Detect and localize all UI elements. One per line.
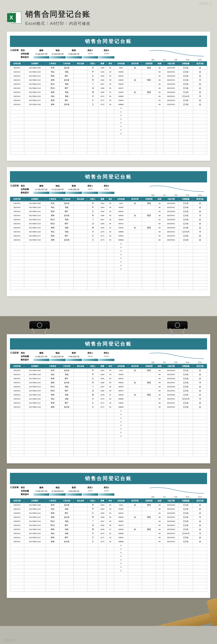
sheet-banner: 销售合同登记台账 bbox=[10, 171, 207, 182]
column-header: 合同编号 bbox=[24, 62, 46, 66]
column-header: 订单内容 bbox=[60, 498, 74, 503]
summary-amount: ****** bbox=[99, 188, 114, 191]
summary-bar bbox=[34, 359, 49, 361]
table-row: 2022/4/120170801-016饰品项链辛127054685806020… bbox=[10, 397, 207, 401]
column-header: 合同日期 bbox=[10, 197, 24, 202]
summary-category: 类目2 bbox=[99, 351, 114, 355]
summary-area: 汇总区域类目服饰饰品鞋类类目1类目2合同金额¥ 190,347.00¥ 122,… bbox=[10, 350, 207, 364]
table-row bbox=[10, 271, 207, 274]
table-row: 2022/5/120170801-013类目1项链丁12674658282602… bbox=[10, 519, 207, 524]
column-header: 单位名称 bbox=[74, 197, 88, 202]
column-header: 订单内容 bbox=[60, 62, 74, 66]
summary-bar bbox=[50, 494, 66, 496]
table-row bbox=[10, 139, 207, 142]
summary-amount: ¥ 122,932.00 bbox=[50, 490, 66, 492]
summary-category: 服饰 bbox=[34, 351, 49, 355]
table-row: 0- bbox=[10, 246, 207, 249]
sparkline-chart: 服饰饰品鞋类类目1类目2 bbox=[147, 350, 206, 361]
summary-category: 饰品 bbox=[50, 486, 66, 489]
table-row bbox=[10, 451, 207, 454]
column-header: 付款日期 bbox=[163, 197, 179, 202]
summary-bar bbox=[66, 359, 82, 361]
summary-amount: ****** bbox=[82, 52, 98, 55]
column-header: 合同编号 bbox=[24, 364, 46, 368]
summary-amount: ¥ 190,347.00 bbox=[34, 355, 49, 358]
table-row: 2022/4/120170801-010饰品项链甲126443543526020… bbox=[10, 372, 207, 377]
summary-bar bbox=[66, 56, 82, 58]
column-header: 是否开票 bbox=[128, 62, 142, 66]
table-row: 0- bbox=[10, 424, 207, 427]
summary-bar bbox=[99, 56, 114, 58]
table-row: 0- bbox=[10, 125, 207, 128]
column-header: 是否开票 bbox=[128, 197, 142, 202]
table-row bbox=[10, 448, 207, 451]
column-header: 订单类目 bbox=[46, 498, 60, 503]
sheet-banner: 销售合同登记台账 bbox=[10, 473, 207, 484]
table-row: 0- bbox=[10, 121, 207, 125]
sparkline-chart: 服饰饰品鞋类类目1类目2 bbox=[147, 485, 206, 496]
column-header: 账期 bbox=[156, 197, 163, 202]
table-row: 2022/4/120170801-016饰品项链辛127054685806020… bbox=[10, 532, 207, 536]
summary-category: 饰品 bbox=[50, 351, 66, 355]
table-row: 2022/4/120170801-014类目2帽子戊12685468472602… bbox=[10, 86, 207, 90]
column-header: 账期 bbox=[156, 498, 163, 503]
column-header: 发票类型 bbox=[142, 498, 156, 503]
column-header: 到期提醒 bbox=[179, 364, 193, 368]
table-row: 0- bbox=[10, 409, 207, 413]
summary-amount: ¥ 58,282.00 bbox=[66, 355, 82, 358]
table-row: 2022/4/120170801-018服饰连衣裙王12725468688602… bbox=[10, 238, 207, 242]
table-row bbox=[10, 284, 207, 287]
column-header: 合同金额 bbox=[114, 62, 128, 66]
sheet-banner: 销售合同登记台账 bbox=[10, 36, 207, 47]
table-row bbox=[10, 142, 207, 145]
summary-amount: ¥ 190,347.00 bbox=[34, 188, 49, 191]
column-header: 发票类型 bbox=[142, 197, 156, 202]
table-row bbox=[10, 573, 207, 576]
table-row bbox=[10, 287, 207, 290]
summary-bar bbox=[99, 192, 114, 194]
table-row bbox=[10, 145, 207, 148]
table-row: 2022/5/120170801-009鞋类连衣裙井1263541261是普通6… bbox=[10, 503, 207, 507]
column-header: 订单类目 bbox=[46, 197, 60, 202]
sheet-preview: 销售合同登记台账汇总区域类目服饰饰品鞋类类目1类目2合同金额¥ 190,347.… bbox=[7, 167, 210, 296]
table-row bbox=[10, 454, 207, 457]
summary-amount: ¥ 58,282.00 bbox=[66, 52, 82, 55]
table-row: 0- bbox=[10, 427, 207, 431]
table-row: 0- bbox=[10, 110, 207, 114]
table-row: 0- bbox=[10, 566, 207, 569]
table-row: 2022/4/120170801-017配饰帽子壬127143546536020… bbox=[10, 401, 207, 405]
table-row: 2022/4/120170801-016饰品项链辛127054685806020… bbox=[10, 94, 207, 98]
table-row bbox=[10, 136, 207, 139]
summary-amount: ****** bbox=[82, 355, 98, 358]
column-header: 到期提醒 bbox=[179, 498, 193, 503]
summary-category: 服饰 bbox=[34, 49, 49, 52]
summary-amount: ****** bbox=[99, 52, 114, 55]
table-row: 0- bbox=[10, 420, 207, 424]
column-header: 订单内容 bbox=[60, 197, 74, 202]
column-header: 负责人 bbox=[88, 197, 98, 202]
table-row: 2022/4/120170801-017配饰帽子壬127143546536020… bbox=[10, 98, 207, 102]
table-row bbox=[10, 441, 207, 444]
table-row: 2022/5/120170801-009鞋类连衣裙井1263541261是普通6… bbox=[10, 202, 207, 206]
table-row: 2022/4/120170801-014类目2帽子戊12685468472602… bbox=[10, 222, 207, 226]
column-header: 是否付款 bbox=[193, 197, 207, 202]
summary-category: 鞋类 bbox=[66, 351, 82, 355]
column-header: 订单类目 bbox=[46, 62, 60, 66]
table-row: 2022/4/120170801-010饰品项链甲126443543526020… bbox=[10, 70, 207, 74]
table-row: 0- bbox=[10, 118, 207, 121]
column-header: 单价 bbox=[106, 364, 114, 368]
column-header: 发票类型 bbox=[142, 62, 156, 66]
table-row bbox=[10, 280, 207, 284]
summary-region-label: 汇总区域 bbox=[11, 351, 19, 354]
table-row bbox=[10, 277, 207, 280]
column-header: 到期提醒 bbox=[179, 197, 193, 202]
summary-category: 类目2 bbox=[99, 184, 114, 188]
promo-section: 熊猫君 61 熊猫君 61 X 销售合同登记台账 Excel格式IA4打印I内容… bbox=[0, 0, 217, 316]
column-header: 发票类型 bbox=[142, 364, 156, 368]
summary-area: 汇总区域类目服饰饰品鞋类类目1类目2合同金额¥ 190,347.00¥ 122,… bbox=[10, 484, 207, 498]
column-header: 合同日期 bbox=[10, 498, 24, 503]
summary-category: 类目1 bbox=[82, 49, 98, 52]
watermark: 熊猫君 61 bbox=[199, 2, 212, 6]
table-row: 0- bbox=[10, 114, 207, 118]
summary-bar bbox=[34, 494, 49, 496]
